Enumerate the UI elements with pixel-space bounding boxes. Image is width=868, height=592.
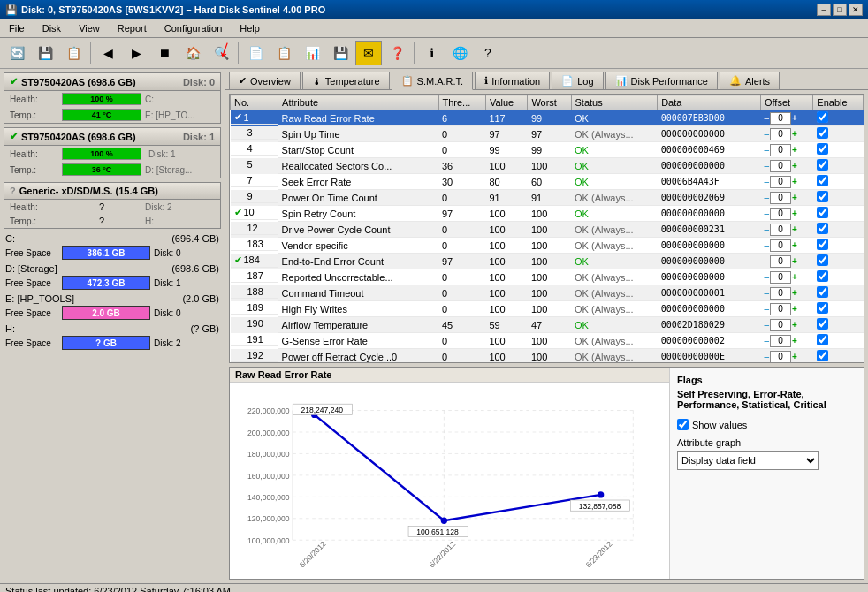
enable-checkbox[interactable] xyxy=(817,207,828,218)
stop-button[interactable]: ⏹ xyxy=(151,41,178,65)
enable-checkbox[interactable] xyxy=(817,191,828,202)
report-button[interactable]: 📊 xyxy=(299,41,325,65)
save-button[interactable]: 💾 xyxy=(327,41,354,65)
table-row[interactable]: 183 Vendor-specific 0 100 100 OK (Always… xyxy=(231,238,864,254)
disk-info-button[interactable]: 💾 xyxy=(32,41,58,65)
minimize-button[interactable]: – xyxy=(817,4,831,16)
cell-enable[interactable] xyxy=(813,238,864,254)
enable-checkbox[interactable] xyxy=(817,318,828,330)
enable-checkbox[interactable] xyxy=(817,159,828,171)
drive-h-disk: Disk: 2 xyxy=(154,338,181,348)
smart-button[interactable]: 📋 xyxy=(60,41,87,65)
cell-enable[interactable] xyxy=(813,254,864,269)
table-row[interactable]: 192 Power off Retract Cycle...0 0 100 10… xyxy=(231,349,864,364)
enable-checkbox[interactable] xyxy=(817,111,828,123)
enable-checkbox[interactable] xyxy=(817,175,828,186)
enable-checkbox[interactable] xyxy=(817,143,828,155)
cell-enable[interactable] xyxy=(813,142,864,158)
menu-configuration[interactable]: Configuration xyxy=(159,21,227,35)
table-row[interactable]: ✔ 184 End-to-End Error Count 97 100 100 … xyxy=(231,254,864,269)
cell-no: 187 xyxy=(231,269,278,283)
table-row[interactable]: 9 Power On Time Count 0 91 91 OK (Always… xyxy=(231,190,864,206)
attr-graph-select[interactable]: Display data field xyxy=(677,451,819,470)
scan-button[interactable]: 🔍 xyxy=(208,41,234,65)
enable-checkbox[interactable] xyxy=(817,223,828,234)
back-button[interactable]: ◀ xyxy=(95,41,121,65)
table-row[interactable]: 191 G-Sense Error Rate 0 100 100 OK (Alw… xyxy=(231,333,864,349)
enable-checkbox[interactable] xyxy=(817,270,828,282)
information-label: Information xyxy=(491,76,540,87)
cell-enable[interactable] xyxy=(813,269,864,285)
enable-checkbox[interactable] xyxy=(817,334,828,345)
menu-help[interactable]: Help xyxy=(234,21,265,35)
home-button[interactable]: 🏠 xyxy=(179,41,206,65)
tab-temperature[interactable]: 🌡 Temperature xyxy=(302,72,390,89)
cell-enable[interactable] xyxy=(813,174,864,190)
table-row[interactable]: 187 Reported Uncorrectable... 0 100 100 … xyxy=(231,269,864,285)
enable-checkbox[interactable] xyxy=(817,286,828,298)
help-button[interactable]: ? xyxy=(475,41,501,65)
cell-thre: 0 xyxy=(438,142,485,158)
cell-enable[interactable] xyxy=(813,206,864,222)
cell-enable[interactable] xyxy=(813,285,864,301)
menu-view[interactable]: View xyxy=(73,21,105,35)
table-row[interactable]: ✔ 10 Spin Retry Count 97 100 100 OK 0000… xyxy=(231,206,864,222)
table-row[interactable]: ✔ 1 Raw Read Error Rate 6 117 99 OK 0000… xyxy=(231,110,864,126)
enable-checkbox[interactable] xyxy=(817,254,828,266)
cell-enable[interactable] xyxy=(813,158,864,174)
cell-enable[interactable] xyxy=(813,190,864,206)
info-button[interactable]: ℹ xyxy=(418,41,445,65)
refresh-button[interactable]: 🔄 xyxy=(4,41,30,65)
copy-button[interactable]: 📄 xyxy=(242,41,269,65)
enable-checkbox[interactable] xyxy=(817,127,828,139)
cell-enable[interactable] xyxy=(813,333,864,349)
show-values-checkbox[interactable] xyxy=(677,419,689,430)
paste-button[interactable]: 📋 xyxy=(270,41,297,65)
cell-enable[interactable] xyxy=(813,301,864,317)
cell-enable[interactable] xyxy=(813,317,864,333)
tab-alerts[interactable]: 🔔 Alerts xyxy=(720,72,780,89)
menu-disk[interactable]: Disk xyxy=(37,21,66,35)
forward-button[interactable]: ▶ xyxy=(123,41,149,65)
cell-enable[interactable] xyxy=(813,349,864,364)
drive-e-free-bar: 2.0 GB xyxy=(62,306,150,320)
disk-header-0[interactable]: ✔ ST9750420AS (698.6 GB) Disk: 0 xyxy=(4,73,220,91)
tab-smart[interactable]: 📋 S.M.A.R.T. xyxy=(392,72,474,90)
disk-header-1[interactable]: ✔ ST9750420AS (698.6 GB) Disk: 1 xyxy=(4,128,220,146)
enable-checkbox[interactable] xyxy=(817,302,828,314)
table-row[interactable]: 7 Seek Error Rate 30 80 60 OK 00006B4A43… xyxy=(231,174,864,190)
cell-status: OK xyxy=(571,254,658,269)
drive-d-free-label: Free Space xyxy=(5,278,58,288)
menu-report[interactable]: Report xyxy=(112,21,152,35)
cell-attr: Power On Time Count xyxy=(278,190,438,206)
table-row[interactable]: 188 Command Timeout 0 100 100 OK (Always… xyxy=(231,285,864,301)
cell-enable[interactable] xyxy=(813,126,864,142)
question-button[interactable]: ❓ xyxy=(384,41,410,65)
smart-table-container[interactable]: No. Attribute Thre... Value Worst Status… xyxy=(229,94,864,363)
table-row[interactable]: 12 Drive Power Cycle Count 0 100 100 OK … xyxy=(231,222,864,238)
table-row[interactable]: 189 High Fly Writes 0 100 100 OK (Always… xyxy=(231,301,864,317)
tab-log[interactable]: 📄 Log xyxy=(552,72,603,89)
cell-attr: Start/Stop Count xyxy=(278,142,438,158)
tab-information[interactable]: ℹ Information xyxy=(475,72,550,89)
cell-status: OK (Always... xyxy=(571,349,658,364)
svg-text:160,000,000: 160,000,000 xyxy=(247,472,290,481)
table-row[interactable]: 4 Start/Stop Count 0 99 99 OK 0000000004… xyxy=(231,142,864,158)
cell-attr: Command Timeout xyxy=(278,285,438,301)
tab-disk-performance[interactable]: 📊 Disk Performance xyxy=(605,72,718,89)
maximize-button[interactable]: □ xyxy=(833,4,847,16)
table-row[interactable]: 190 Airflow Temperature 45 59 47 OK 0000… xyxy=(231,317,864,333)
enable-checkbox[interactable] xyxy=(817,239,828,250)
tab-overview[interactable]: ✔ Overview xyxy=(229,72,301,89)
enable-checkbox[interactable] xyxy=(817,350,828,361)
menu-file[interactable]: File xyxy=(4,21,30,35)
table-row[interactable]: 3 Spin Up Time 0 97 97 OK (Always... 000… xyxy=(231,126,864,142)
globe-button[interactable]: 🌐 xyxy=(446,41,473,65)
table-row[interactable]: 5 Reallocated Sectors Co... 36 100 100 O… xyxy=(231,158,864,174)
cell-enable[interactable] xyxy=(813,110,864,126)
email-button[interactable]: ✉ xyxy=(355,41,382,65)
cell-enable[interactable] xyxy=(813,222,864,238)
drive-c-free-row: Free Space 386.1 GB Disk: 0 xyxy=(4,245,221,261)
close-button[interactable]: ✕ xyxy=(849,4,863,16)
disk-header-2[interactable]: ? Generic- xD/SD/M.S. (15.4 GB) xyxy=(4,183,220,200)
